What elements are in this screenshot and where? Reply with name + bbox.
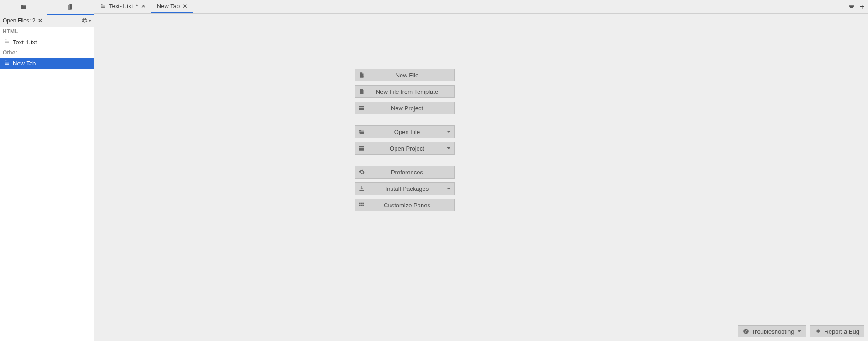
tab-close-button[interactable]: ✕ xyxy=(141,3,146,10)
start-button-label: Preferences xyxy=(368,169,454,176)
gear-icon xyxy=(81,17,88,24)
sidebar-tab-places[interactable] xyxy=(0,0,47,15)
file-lines-icon xyxy=(359,88,365,95)
tab-dirty-indicator: * xyxy=(136,3,138,10)
main-area: Text-1.txt * ✕ New Tab ✕ + New File New … xyxy=(94,0,868,341)
file-text-icon xyxy=(4,39,10,45)
tab-list-icon[interactable] xyxy=(848,4,855,10)
folder-open-icon xyxy=(359,129,365,135)
tab-newtab[interactable]: New Tab ✕ xyxy=(151,0,193,13)
chevron-down-icon xyxy=(447,147,450,149)
report-bug-button[interactable]: Report a Bug xyxy=(810,325,864,337)
chevron-down-icon xyxy=(447,188,450,189)
tab-label: New Tab xyxy=(157,3,180,10)
file-text-icon xyxy=(100,3,106,10)
open-file-button[interactable]: Open File xyxy=(355,125,455,138)
customize-panes-button[interactable]: Customize Panes xyxy=(355,199,455,211)
start-page: New File New File from Template New Proj… xyxy=(94,14,868,341)
project-icon xyxy=(359,105,365,111)
footer-button-label: Report a Bug xyxy=(824,328,859,335)
tabbar-right-controls: + xyxy=(848,0,868,13)
editor-tab-bar: Text-1.txt * ✕ New Tab ✕ + xyxy=(94,0,868,14)
file-new-icon xyxy=(359,72,365,78)
start-button-label: New Project xyxy=(368,105,454,112)
tab-close-button[interactable]: ✕ xyxy=(182,3,188,10)
new-tab-button[interactable]: + xyxy=(857,3,866,11)
start-button-label: Open Project xyxy=(368,145,454,152)
troubleshooting-button[interactable]: Troubleshooting xyxy=(738,325,807,337)
bug-icon xyxy=(815,328,821,335)
sidebar-section-html: HTML xyxy=(0,27,94,37)
footer-button-label: Troubleshooting xyxy=(752,328,794,335)
start-button-label: Customize Panes xyxy=(368,202,454,209)
start-button-stack: New File New File from Template New Proj… xyxy=(355,69,455,222)
sidebar-item-label: Text-1.txt xyxy=(13,39,37,46)
start-button-label: Install Packages xyxy=(368,185,454,192)
sidebar-settings-button[interactable]: ▾ xyxy=(81,17,91,24)
sidebar-tab-strip xyxy=(0,0,94,15)
sidebar-tab-open-files[interactable] xyxy=(47,0,94,15)
footer-buttons: Troubleshooting Report a Bug xyxy=(738,325,864,337)
sidebar: Open Files: 2 ✕ ▾ HTML Text-1.txt Other … xyxy=(0,0,94,341)
file-text-icon xyxy=(4,60,10,66)
chevron-down-icon xyxy=(447,131,450,133)
new-file-button[interactable]: New File xyxy=(355,69,455,81)
sidebar-item-label: New Tab xyxy=(13,60,36,67)
download-icon xyxy=(359,185,365,192)
install-packages-button[interactable]: Install Packages xyxy=(355,182,455,195)
sidebar-header: Open Files: 2 ✕ ▾ xyxy=(0,15,94,27)
sidebar-item-text1[interactable]: Text-1.txt xyxy=(0,37,94,48)
project-icon xyxy=(359,145,365,152)
start-button-label: New File from Template xyxy=(368,88,454,95)
sidebar-item-newtab[interactable]: New Tab xyxy=(0,58,94,69)
folder-open-icon xyxy=(20,3,27,11)
new-project-button[interactable]: New Project xyxy=(355,102,455,114)
gear-icon xyxy=(359,169,365,175)
chevron-down-icon xyxy=(798,330,801,332)
start-button-label: New File xyxy=(368,72,454,79)
sidebar-title: Open Files: 2 xyxy=(3,17,35,24)
sidebar-close-all[interactable]: ✕ xyxy=(38,17,43,24)
help-circle-icon xyxy=(743,328,749,335)
grid-icon xyxy=(359,202,365,208)
tab-label: Text-1.txt xyxy=(109,3,133,10)
sidebar-section-other: Other xyxy=(0,48,94,58)
new-file-template-button[interactable]: New File from Template xyxy=(355,85,455,98)
start-button-label: Open File xyxy=(368,129,454,135)
preferences-button[interactable]: Preferences xyxy=(355,166,455,179)
files-icon xyxy=(67,3,74,11)
tab-text1[interactable]: Text-1.txt * ✕ xyxy=(94,0,151,13)
open-project-button[interactable]: Open Project xyxy=(355,142,455,155)
